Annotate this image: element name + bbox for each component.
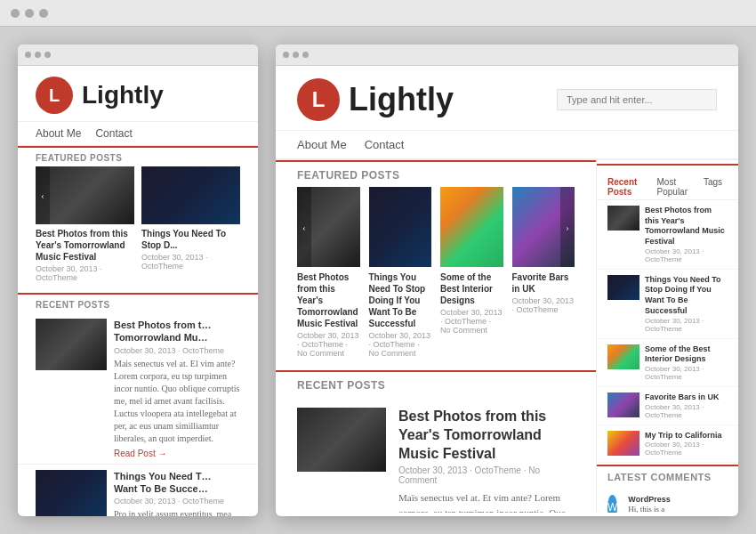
small-site-header: L Lightly (18, 66, 258, 122)
small-recent-item-0: Best Photos from t…Tomorrowland Mu… Octo… (18, 313, 258, 465)
small-featured-img-0: ‹ (36, 166, 134, 224)
large-recent-thumb-0 (297, 408, 386, 472)
large-featured-item-0: ‹ Best Photos from this Year's Tomorrowl… (297, 187, 360, 358)
sidebar-comments-heading: Latest Comments (597, 465, 738, 488)
small-recent-title-1: Things You Need T…Want To Be Succe… (114, 470, 240, 496)
large-featured-grid: ‹ Best Photos from this Year's Tomorrowl… (276, 187, 596, 370)
large-featured-img-1 (369, 187, 432, 267)
large-nav-about[interactable]: About Me (297, 138, 347, 151)
small-featured-img-1 (141, 166, 240, 224)
small-featured-item-1: Things You Need To Stop D... October 30,… (141, 166, 240, 282)
large-featured-title-0: Best Photos from this Year's Tomorrowlan… (297, 271, 360, 329)
large-site-nav: About Me Contact (276, 131, 738, 160)
sidebar-recent-item-0: Best Photos from this Year's Tomorrowlan… (597, 200, 738, 270)
small-recent-date-0: October 30, 2013 · OctoTheme (114, 346, 240, 355)
comment-author: WordPress (628, 495, 728, 504)
small-featured-title-0: Best Photos from this Year's Tomorrowlan… (36, 228, 134, 263)
large-logo: L Lightly (297, 78, 454, 121)
large-nav-contact[interactable]: Contact (365, 138, 405, 151)
small-nav-contact[interactable]: Contact (95, 127, 132, 140)
large-featured-title-2: Some of the Best Interior Designs (440, 271, 503, 306)
large-featured-img-0: ‹ (297, 187, 360, 267)
small-recent-thumb-1 (36, 470, 107, 516)
sidebar-tab-popular[interactable]: Most Popular (657, 174, 700, 199)
small-logo-circle: L (36, 77, 73, 114)
large-recent-info-0: Best Photos from this Year's Tomorrowlan… (398, 408, 575, 513)
comment-text: Hi, this is a comment. To delete a comme… (628, 504, 692, 513)
small-site-nav: About Me Contact (18, 122, 258, 146)
sidebar-item-date-4: October 30, 2013 · OctoTheme (645, 441, 728, 457)
sidebar-thumb-3 (607, 392, 639, 417)
sidebar-item-title-1: Things You Need To Stop Doing If You Wan… (645, 275, 728, 317)
sidebar-item-title-0: Best Photos from this Year's Tomorrowlan… (645, 206, 728, 247)
small-content: L Lightly About Me Contact Featured Post… (18, 66, 258, 516)
small-chrome (18, 44, 258, 66)
sidebar-recent-item-3: Favorite Bars in UK October 30, 2013 · O… (597, 387, 738, 425)
large-recent-post-0: Best Photos from this Year's Tomorrowlan… (276, 397, 596, 513)
large-sidebar: Recent Posts Most Popular Tags Best Phot… (596, 160, 738, 513)
large-main: Featured Posts ‹ Best Photos from this Y… (276, 160, 738, 513)
small-dot-3 (44, 52, 51, 58)
large-posts-area: Featured Posts ‹ Best Photos from this Y… (276, 160, 596, 513)
small-site-title: Lightly (82, 81, 164, 109)
large-recent-excerpt-0: Maïs senectus vel at. Et vim ante? Lorem… (398, 490, 575, 513)
large-featured-date-2: October 30, 2013 · OctoTheme · No Commen… (440, 308, 503, 335)
large-recent-heading: Recent Posts (276, 370, 596, 397)
small-recent-title-0: Best Photos from t…Tomorrowland Mu… (114, 319, 240, 344)
large-recent-date-0: October 30, 2013 · OctoTheme · No Commen… (398, 465, 575, 485)
sidebar-item-text-3: Favorite Bars in UK October 30, 2013 · O… (645, 392, 728, 419)
large-featured-item-3: › Favorite Bars in UK October 30, 2013 ·… (512, 187, 575, 358)
large-featured-heading: Featured Posts (276, 160, 596, 187)
large-featured-item-1: Things You Need To Stop Doing If You Wan… (369, 187, 432, 358)
small-recent-date-1: October 30, 2013 · OctoTheme (114, 497, 240, 506)
comment-avatar: W (607, 495, 617, 513)
sidebar-recent-item-1: Things You Need To Stop Doing If You Wan… (597, 270, 738, 339)
large-featured-img-3: › (512, 187, 575, 267)
large-logo-circle: L (297, 78, 340, 121)
small-featured-title-1: Things You Need To Stop D... (141, 228, 240, 251)
sidebar-thumb-1 (607, 275, 639, 300)
featured-arrow-right[interactable]: › (560, 187, 575, 267)
small-logo: L Lightly (36, 77, 164, 114)
sidebar-item-date-0: October 30, 2013 · OctoTheme (645, 247, 728, 263)
large-featured-item-2: Some of the Best Interior Designs Octobe… (440, 187, 503, 358)
sidebar-thumb-0 (607, 206, 639, 231)
small-featured-item-0: ‹ Best Photos from this Year's Tomorrowl… (36, 166, 134, 282)
small-dot-2 (35, 52, 41, 58)
large-chrome (276, 44, 738, 66)
large-featured-title-1: Things You Need To Stop Doing If You Wan… (369, 271, 432, 329)
sidebar-item-title-2: Some of the Best Interior Designs (645, 344, 728, 365)
sidebar-item-date-2: October 30, 2013 · OctoTheme (645, 365, 728, 381)
sidebar-comment: W WordPress Hi, this is a comment. To de… (597, 488, 738, 513)
small-recent-excerpt-0: Mais senectus vel at. El vim ante? Lorem… (114, 358, 240, 445)
small-featured-arrow-left[interactable]: ‹ (36, 166, 50, 224)
small-featured-date-0: October 30, 2013 · OctoTheme (36, 264, 134, 282)
small-dot-1 (25, 52, 31, 58)
large-featured-date-1: October 30, 2013 · OctoTheme · No Commen… (369, 331, 432, 358)
small-read-more-0[interactable]: Read Post → (114, 449, 240, 458)
small-recent-heading: Recent Posts (18, 293, 258, 313)
large-search-input[interactable] (557, 89, 717, 110)
small-recent-item-1: Things You Need T…Want To Be Succe… Octo… (18, 465, 258, 516)
small-window: L Lightly About Me Contact Featured Post… (18, 44, 258, 516)
featured-arrow-left[interactable]: ‹ (297, 187, 311, 267)
sidebar-item-text-0: Best Photos from this Year's Tomorrowlan… (645, 206, 728, 263)
sidebar-recent-heading (597, 164, 738, 174)
sidebar-item-date-3: October 30, 2013 · OctoTheme (645, 403, 728, 419)
large-featured-img-2 (440, 187, 503, 267)
comment-body: WordPress Hi, this is a comment. To dele… (628, 495, 728, 513)
small-recent-excerpt-1: Pro in velit assum eventitus, mea alque … (114, 508, 240, 516)
sidebar-item-title-4: My Trip to California (645, 431, 728, 441)
large-content: L Lightly About Me Contact Featured Post… (276, 66, 738, 516)
large-window: L Lightly About Me Contact Featured Post… (276, 44, 738, 516)
small-nav-about[interactable]: About Me (36, 127, 81, 140)
small-featured-grid: ‹ Best Photos from this Year's Tomorrowl… (18, 166, 258, 293)
large-dot-2 (293, 52, 299, 58)
small-featured-date-1: October 30, 2013 · OctoTheme (141, 253, 240, 271)
sidebar-item-date-1: October 30, 2013 · OctoTheme (645, 317, 728, 333)
sidebar-item-text-4: My Trip to California October 30, 2013 ·… (645, 431, 728, 457)
sidebar-tab-recent[interactable]: Recent Posts (607, 174, 654, 199)
sidebar-tab-tags[interactable]: Tags (704, 174, 728, 199)
small-recent-info-1: Things You Need T…Want To Be Succe… Octo… (114, 470, 240, 516)
sidebar-thumb-2 (607, 344, 639, 369)
